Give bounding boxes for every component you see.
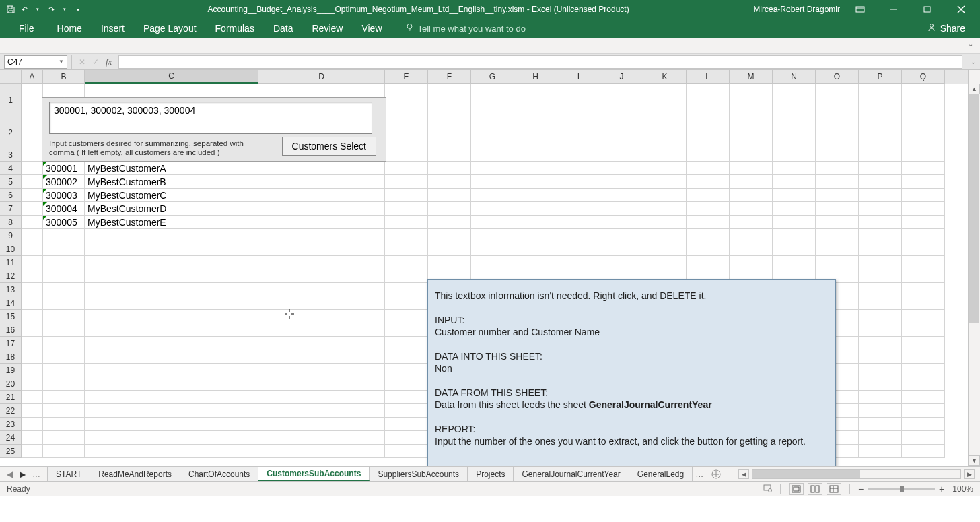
cell[interactable]: [22, 418, 43, 431]
cell[interactable]: [600, 216, 643, 229]
cell[interactable]: [514, 216, 557, 229]
row-header[interactable]: 12: [0, 269, 22, 283]
cell[interactable]: [902, 296, 945, 310]
cell[interactable]: [902, 391, 945, 404]
row-header[interactable]: 13: [0, 283, 22, 296]
cell[interactable]: [557, 84, 600, 117]
cell[interactable]: [22, 364, 43, 377]
cell[interactable]: [471, 216, 514, 229]
cell[interactable]: [258, 337, 385, 350]
cell[interactable]: [22, 337, 43, 350]
cell[interactable]: [258, 310, 385, 323]
cell[interactable]: [730, 84, 773, 117]
cell[interactable]: [258, 323, 385, 337]
row-header[interactable]: 16: [0, 323, 22, 337]
cell[interactable]: [773, 216, 816, 229]
cell[interactable]: [22, 148, 43, 162]
row-header[interactable]: 21: [0, 391, 22, 404]
cell[interactable]: [385, 377, 428, 391]
cell[interactable]: [687, 216, 730, 229]
cell[interactable]: [43, 418, 85, 431]
cell[interactable]: [385, 337, 428, 350]
cell[interactable]: [258, 242, 385, 256]
cell[interactable]: [643, 202, 687, 216]
cell[interactable]: [258, 364, 385, 377]
cell[interactable]: [859, 269, 902, 283]
cell[interactable]: [385, 310, 428, 323]
cell[interactable]: [687, 189, 730, 202]
row-header[interactable]: 11: [0, 256, 22, 269]
tab-data[interactable]: Data: [264, 19, 303, 38]
cell[interactable]: [859, 377, 902, 391]
column-header-p[interactable]: P: [859, 70, 902, 84]
cell[interactable]: 300003: [43, 189, 85, 202]
cell[interactable]: [902, 175, 945, 189]
formula-input[interactable]: [118, 55, 963, 69]
cell[interactable]: [85, 364, 258, 377]
column-header-l[interactable]: L: [687, 70, 730, 84]
cell[interactable]: [258, 391, 385, 404]
tab-formulas[interactable]: Formulas: [206, 19, 264, 38]
cell[interactable]: [600, 148, 643, 162]
cell[interactable]: [859, 189, 902, 202]
row-header[interactable]: 19: [0, 364, 22, 377]
cell[interactable]: [385, 269, 428, 283]
cell[interactable]: [385, 117, 428, 148]
cell[interactable]: [859, 202, 902, 216]
cell[interactable]: [902, 84, 945, 117]
row-header[interactable]: 1: [0, 84, 22, 117]
cell[interactable]: [258, 175, 385, 189]
tab-insert[interactable]: Insert: [92, 19, 134, 38]
cell[interactable]: [471, 84, 514, 117]
cell[interactable]: [471, 117, 514, 148]
sheet-nav-next-icon[interactable]: ▶: [20, 469, 26, 479]
cell[interactable]: [43, 391, 85, 404]
cell[interactable]: [730, 189, 773, 202]
cell[interactable]: [428, 256, 471, 269]
select-all-corner[interactable]: [0, 70, 22, 84]
cell[interactable]: [22, 269, 43, 283]
column-header-o[interactable]: O: [816, 70, 859, 84]
cell[interactable]: [258, 162, 385, 175]
cell[interactable]: 300001: [43, 162, 85, 175]
cell[interactable]: [22, 377, 43, 391]
cell[interactable]: [85, 377, 258, 391]
cell[interactable]: [428, 202, 471, 216]
sheet-tab-projects[interactable]: Projects: [468, 467, 514, 481]
cell[interactable]: [471, 242, 514, 256]
cell[interactable]: [773, 148, 816, 162]
cell[interactable]: [859, 431, 902, 445]
cell[interactable]: [258, 256, 385, 269]
cell[interactable]: [902, 364, 945, 377]
cancel-formula-icon[interactable]: ✕: [79, 57, 85, 67]
cell[interactable]: [85, 445, 258, 458]
cell[interactable]: [687, 117, 730, 148]
normal-view-icon[interactable]: [789, 483, 804, 495]
cell[interactable]: [773, 117, 816, 148]
cell[interactable]: [859, 310, 902, 323]
cell[interactable]: [773, 84, 816, 117]
row-header[interactable]: 15: [0, 310, 22, 323]
cell[interactable]: [859, 296, 902, 310]
cell[interactable]: [85, 404, 258, 418]
cell[interactable]: [600, 117, 643, 148]
sheet-tab-readmeandreports[interactable]: ReadMeAndReports: [90, 467, 180, 481]
cell[interactable]: [85, 310, 258, 323]
cell[interactable]: [902, 269, 945, 283]
cell[interactable]: [43, 269, 85, 283]
cell[interactable]: [859, 337, 902, 350]
column-header-k[interactable]: K: [643, 70, 687, 84]
cell[interactable]: [385, 364, 428, 377]
cell[interactable]: [902, 310, 945, 323]
column-header-g[interactable]: G: [471, 70, 514, 84]
row-header[interactable]: 6: [0, 189, 22, 202]
zoom-out-button[interactable]: −: [858, 484, 864, 494]
cell[interactable]: [730, 175, 773, 189]
cell[interactable]: [385, 202, 428, 216]
redo-icon[interactable]: ↷: [46, 4, 57, 15]
cell[interactable]: [514, 189, 557, 202]
cell[interactable]: [471, 162, 514, 175]
cell[interactable]: [85, 296, 258, 310]
cell[interactable]: [514, 84, 557, 117]
cell[interactable]: [730, 162, 773, 175]
